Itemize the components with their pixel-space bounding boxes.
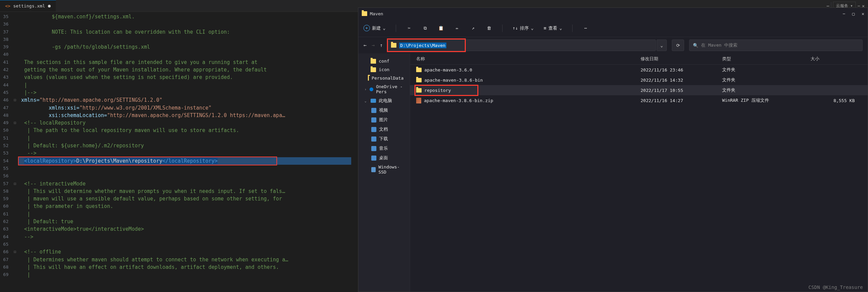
- window-title: Maven: [370, 11, 383, 16]
- sidebar-item[interactable]: 文档: [358, 125, 410, 134]
- cut-icon[interactable]: ✂: [406, 25, 412, 31]
- file-row[interactable]: apache-maven-3.8.6-bin.zip2022/11/16 14:…: [410, 95, 868, 106]
- new-button[interactable]: + 新建 ⌄: [363, 25, 386, 31]
- refresh-icon: ⟳: [676, 43, 680, 48]
- col-date[interactable]: 修改日期: [641, 56, 722, 62]
- sidebar-tree: conficonPersonalData›OneDrive - Pers⌄此电脑…: [358, 53, 410, 292]
- file-row[interactable]: apache-maven-3.6.02022/11/16 23:46文件夹: [410, 65, 868, 75]
- chevron-down-icon: ⌄: [559, 26, 562, 31]
- search-icon: 🔍: [693, 43, 698, 48]
- col-name[interactable]: 名称: [416, 56, 641, 62]
- col-type[interactable]: 类型: [722, 56, 811, 62]
- view-icon: ≡: [544, 26, 546, 31]
- copy-icon[interactable]: ⧉: [422, 25, 428, 31]
- sidebar-item[interactable]: 图片: [358, 115, 410, 125]
- line-number-gutter: 3536373839404142434445464748495051525354…: [0, 12, 12, 292]
- sidebar-item[interactable]: PersonalData: [358, 74, 410, 82]
- explorer-navigation-row: ← → ↑ D:\Projects\Maven ⌄ ⟳ 🔍 在 Maven 中搜…: [358, 37, 868, 53]
- sidebar-item[interactable]: ⌄此电脑: [358, 96, 410, 106]
- more-icon[interactable]: ⋯: [583, 25, 589, 31]
- up-arrow-icon[interactable]: ↑: [380, 42, 383, 48]
- explorer-titlebar[interactable]: Maven − ▢ ✕: [358, 8, 868, 19]
- chevron-down-icon: ⌄: [531, 26, 533, 31]
- sort-icon: ↑↓: [513, 26, 518, 31]
- col-size[interactable]: 大小: [811, 56, 862, 62]
- plus-icon: +: [363, 25, 370, 31]
- highlight-annotation: [387, 38, 466, 52]
- sort-button[interactable]: ↑↓ 排序 ⌄: [513, 25, 533, 31]
- sidebar-item[interactable]: 桌面: [358, 153, 410, 163]
- share-icon[interactable]: ↗: [470, 25, 476, 31]
- sidebar-item[interactable]: conf: [358, 57, 410, 65]
- minimize-icon[interactable]: −: [843, 11, 846, 16]
- chevron-down-icon: ⌄: [383, 26, 386, 31]
- watermark-text: CSDN @King_Treasure: [809, 285, 863, 290]
- refresh-button[interactable]: ⟳: [672, 39, 684, 51]
- file-row[interactable]: repository2022/11/17 10:55文件夹: [410, 85, 868, 95]
- sidebar-item[interactable]: ›OneDrive - Pers: [358, 82, 410, 96]
- delete-icon[interactable]: 🗑: [486, 25, 492, 31]
- address-dropdown[interactable]: ⌄: [657, 39, 667, 51]
- fold-gutter: ⊟⊟⊟⊟: [12, 12, 18, 292]
- paste-icon[interactable]: 📋: [438, 25, 444, 31]
- file-row[interactable]: apache-maven-3.8.6-bin2022/11/16 14:32文件…: [410, 75, 868, 85]
- back-arrow-icon[interactable]: ←: [363, 42, 367, 48]
- maximize-icon[interactable]: ▢: [852, 11, 855, 16]
- search-input[interactable]: 🔍 在 Maven 中搜索: [689, 39, 863, 51]
- sidebar-item[interactable]: 视频: [358, 106, 410, 115]
- sidebar-item[interactable]: icon: [358, 65, 410, 74]
- view-button[interactable]: ≡ 查看 ⌄: [544, 25, 562, 31]
- rename-icon[interactable]: ✏: [454, 25, 460, 31]
- file-explorer-window: Maven − ▢ ✕ + 新建 ⌄ ✂ ⧉ 📋 ✏ ↗ 🗑 ↑↓ 排序 ⌄ ≡…: [358, 7, 868, 292]
- xml-file-icon: <>: [5, 3, 11, 9]
- tab-settings-xml[interactable]: <> settings.xml: [0, 0, 56, 12]
- search-placeholder: 在 Maven 中搜索: [701, 42, 737, 48]
- folder-icon: [362, 11, 367, 16]
- file-list: 名称 修改日期 类型 大小 apache-maven-3.6.02022/11/…: [410, 53, 868, 292]
- sidebar-item[interactable]: 下载: [358, 134, 410, 144]
- dirty-indicator-icon: [48, 5, 51, 7]
- sidebar-item[interactable]: Windows-SSD: [358, 163, 410, 176]
- sidebar-item[interactable]: 音乐: [358, 144, 410, 153]
- forward-arrow-icon[interactable]: →: [372, 42, 375, 48]
- file-list-header[interactable]: 名称 修改日期 类型 大小: [410, 53, 868, 65]
- explorer-toolbar: + 新建 ⌄ ✂ ⧉ 📋 ✏ ↗ 🗑 ↑↓ 排序 ⌄ ≡ 查看 ⌄ ⋯: [358, 19, 868, 37]
- close-icon[interactable]: ✕: [862, 11, 864, 16]
- tab-label: settings.xml: [13, 3, 45, 9]
